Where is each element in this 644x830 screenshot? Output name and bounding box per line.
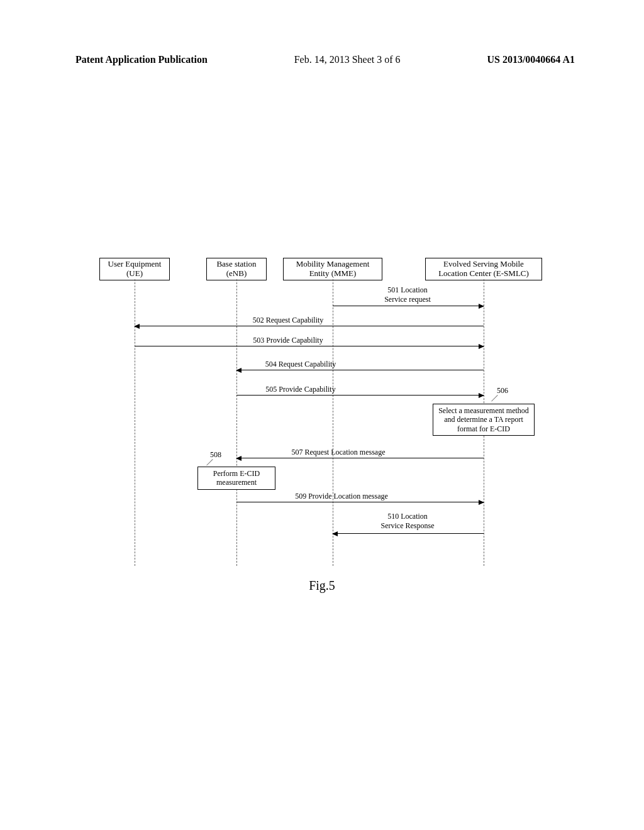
entity-ue-line2: (UE) [126,268,143,278]
label-502: 502 Request Capability [241,316,335,325]
note-508: Perform E-CID measurement [197,467,275,490]
arrow-501 [333,306,484,306]
label-504: 504 Request Capability [253,360,348,369]
entity-smlc-line2: Location Center (E-SMLC) [438,268,529,278]
arrow-504 [236,370,484,370]
arrow-505 [236,395,484,396]
entity-mme-line1: Mobility Management [296,259,370,268]
note-506: Select a measurement method and determin… [433,404,535,436]
entity-mme: Mobility Management Entity (MME) [283,258,382,280]
entity-enb-line2: (eNB) [226,268,247,278]
label-510: 510 Location Service Response [360,512,455,531]
arrow-502 [135,326,484,326]
sequence-diagram: User Equipment (UE) Base station (eNB) M… [99,258,546,578]
label-509: 509 Provide Location message [279,492,404,501]
figure-caption: Fig.5 [0,578,644,593]
arrow-507 [236,458,484,458]
lifeline-enb [236,279,237,566]
label-503: 503 Provide Capability [241,336,335,345]
entity-smlc: Evolved Serving Mobile Location Center (… [425,258,542,280]
callout-506: 506 [497,386,508,396]
arrow-509 [236,502,484,502]
lifeline-ue [135,279,135,566]
sheet-indicator: Feb. 14, 2013 Sheet 3 of 6 [294,54,401,65]
publication-number: US 2013/0040664 A1 [487,54,575,65]
arrow-510 [333,533,484,534]
entity-smlc-line1: Evolved Serving Mobile [443,259,524,268]
callout-508: 508 [210,450,221,460]
entity-enb-line1: Base station [216,259,256,268]
entity-ue-line1: User Equipment [108,259,162,268]
publication-label: Patent Application Publication [75,54,208,65]
entity-enb: Base station (eNB) [206,258,267,280]
entity-ue: User Equipment (UE) [99,258,170,280]
entity-mme-line2: Entity (MME) [309,268,357,278]
page: Patent Application Publication Feb. 14, … [0,0,644,830]
label-505: 505 Provide Capability [253,385,348,394]
arrow-503 [135,346,484,346]
label-501: 501 Location Service request [360,285,455,304]
page-header: Patent Application Publication Feb. 14, … [75,54,575,65]
label-507: 507 Request Location message [275,448,401,457]
